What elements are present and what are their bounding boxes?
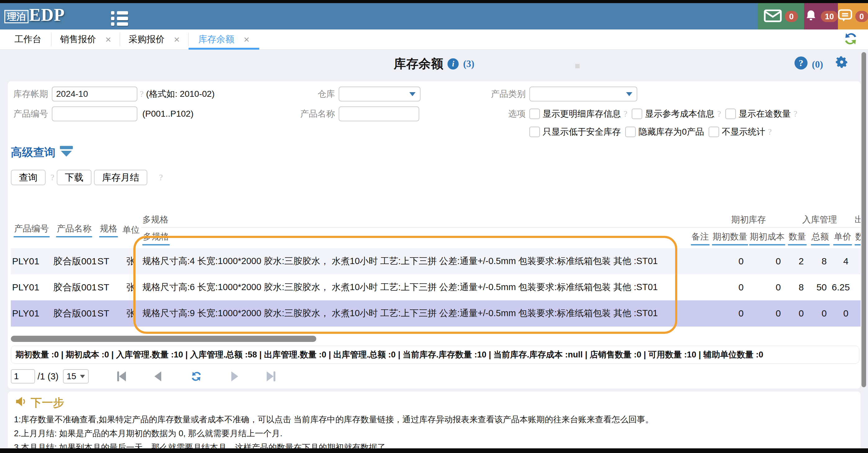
tab-inventory-balance[interactable]: 库存余额 ×	[189, 29, 259, 50]
cell-opening-cost: 0	[749, 308, 786, 319]
help-count[interactable]: (0)	[812, 59, 823, 70]
help-icon[interactable]: ?	[795, 57, 808, 69]
sync-refresh-icon[interactable]	[843, 31, 858, 48]
info-icon[interactable]: i	[447, 58, 459, 69]
close-icon[interactable]: ×	[174, 34, 180, 45]
messages-count-badge: 0	[785, 11, 798, 22]
col-spec[interactable]: 规格	[96, 223, 121, 237]
notifications-count-badge: 10	[821, 11, 838, 22]
product-code-label: 产品编号	[11, 108, 48, 120]
checkbox[interactable]	[709, 127, 719, 137]
cell-in-qty: 8	[786, 282, 809, 293]
option-in-transit-qty[interactable]: 显示在途数量 ?	[725, 108, 797, 120]
col-product-name[interactable]: 产品名称	[52, 223, 96, 237]
app-logo[interactable]: 理泊 EDP	[4, 7, 65, 23]
product-name-label: 产品名称	[299, 108, 335, 120]
cell-opening-qty: 0	[711, 256, 749, 267]
options-label: 选项	[476, 108, 526, 120]
tab-label: 库存余额	[198, 33, 235, 46]
col-product-code[interactable]: 产品编号	[11, 223, 52, 237]
product-name-input[interactable]	[339, 107, 419, 121]
checkbox[interactable]	[725, 109, 736, 119]
prev-page-button[interactable]	[154, 371, 161, 381]
help-mark[interactable]: ?	[140, 89, 144, 99]
cell-in-price: 0	[832, 308, 854, 319]
period-label: 库存帐期	[11, 88, 48, 100]
help-mark[interactable]: ?	[624, 109, 627, 119]
cell-product-code: PLY01	[11, 256, 52, 267]
advanced-query-toggle[interactable]: 高级查询	[11, 145, 73, 160]
option-label: 显示更明细库存信息	[543, 108, 621, 120]
last-page-button[interactable]	[267, 371, 275, 381]
cell-product-name: 胶合版001	[52, 281, 96, 294]
close-icon[interactable]: ×	[105, 34, 111, 45]
option-reference-cost[interactable]: 显示参考成本信息 ?	[632, 108, 721, 120]
option-label: 显示在途数量	[739, 108, 791, 120]
page-title-row: 库存余额 i (3)	[0, 55, 868, 72]
first-page-button[interactable]	[117, 371, 126, 381]
option-detailed-stock[interactable]: 显示更明细库存信息 ?	[529, 108, 627, 120]
info-count[interactable]: (3)	[463, 58, 474, 69]
help-mark[interactable]: ?	[794, 109, 797, 119]
cell-product-name: 胶合版001	[52, 255, 96, 268]
category-select[interactable]	[529, 87, 637, 101]
page-number-input[interactable]	[11, 369, 35, 384]
settings-gear-icon[interactable]	[834, 55, 849, 71]
comments-button[interactable]: 0	[838, 3, 868, 29]
checkbox[interactable]	[529, 127, 540, 137]
cell-multi-spec: 规格尺寸高:9 长宽:1000*2000 胶水:三胺胶水， 水煮10小时 工艺:…	[141, 307, 689, 320]
chevron-down-icon	[80, 375, 85, 378]
option-label: 隐藏库存为0产品	[639, 126, 704, 138]
messages-button[interactable]: 0	[757, 3, 804, 29]
tab-purchase-quote[interactable]: 采购报价 ×	[120, 29, 188, 50]
horizontal-scrollbar[interactable]	[11, 336, 316, 342]
tab-sales-quote[interactable]: 销售报价 ×	[52, 29, 120, 50]
help-mark[interactable]: ?	[768, 127, 772, 137]
checkbox[interactable]	[632, 109, 642, 119]
next-page-button[interactable]	[231, 371, 238, 381]
refresh-button[interactable]	[190, 370, 203, 383]
monthly-close-button[interactable]: 库存月结	[94, 170, 147, 185]
notifications-button[interactable]: 10	[804, 3, 838, 29]
table-row[interactable]: PLY01 胶合版001 ST 张 规格尺寸高:6 长宽:1000*2000 胶…	[11, 274, 861, 300]
table-row-selected[interactable]: PLY01 胶合版001 ST 张 规格尺寸高:9 长宽:1000*2000 胶…	[11, 300, 861, 326]
menu-list-icon[interactable]	[111, 11, 128, 28]
inventory-table: 多规格 期初库存 入库管理 出库 多规格 备注 期初数量 期初成本 数量 总额 …	[11, 212, 861, 327]
next-steps-title: 下一步	[31, 395, 64, 411]
checkbox[interactable]	[625, 127, 636, 137]
close-icon[interactable]: ×	[244, 34, 250, 45]
option-hide-zero-stock[interactable]: 隐藏库存为0产品	[625, 126, 704, 138]
category-field-group: 产品类别	[476, 86, 637, 102]
summary-text: 期初数量 :0 | 期初成本 :0 | 入库管理.数量 :10 | 入库管理.总…	[16, 349, 763, 360]
query-button[interactable]: 查询	[11, 170, 45, 185]
product-code-input[interactable]	[52, 107, 137, 121]
cell-spec: ST	[96, 308, 121, 319]
table-row[interactable]: PLY01 胶合版001 ST 张 规格尺寸高:4 长宽:1000*2000 胶…	[11, 248, 861, 274]
cell-unit: 张	[121, 255, 141, 268]
bell-icon	[804, 9, 818, 24]
collapse-handle[interactable]	[575, 64, 580, 68]
tab-label: 采购报价	[129, 33, 165, 46]
os-top-bar	[0, 0, 868, 3]
option-label: 不显示统计	[722, 126, 765, 138]
period-input[interactable]	[52, 87, 137, 101]
help-mark[interactable]: ?	[717, 109, 721, 119]
page-size-select[interactable]: 15	[63, 369, 89, 384]
download-button[interactable]: 下载	[57, 170, 91, 185]
app-header: 理泊 EDP 0 10 0	[0, 3, 868, 29]
options-row-1: 选项 显示更明细库存信息 ? 显示参考成本信息 ? 显示在途数量 ?	[476, 106, 802, 122]
checkbox[interactable]	[529, 109, 540, 119]
option-hide-statistics[interactable]: 不显示统计 ?	[709, 126, 772, 138]
cell-in-qty: 2	[786, 256, 809, 267]
tab-workbench[interactable]: 工作台	[5, 29, 51, 50]
help-mark[interactable]: ?	[51, 173, 54, 182]
warehouse-select[interactable]	[339, 87, 421, 101]
option-below-safety-stock[interactable]: 只显示低于安全库存	[529, 126, 621, 138]
mail-icon	[764, 9, 782, 24]
vertical-scrollbar[interactable]	[862, 52, 866, 387]
cell-in-price: 6.25	[832, 282, 854, 293]
page-total: /1 (3)	[37, 371, 59, 382]
help-mark[interactable]: ?	[159, 173, 163, 182]
filter-icon	[59, 145, 73, 160]
option-label: 只显示低于安全库存	[543, 126, 621, 138]
